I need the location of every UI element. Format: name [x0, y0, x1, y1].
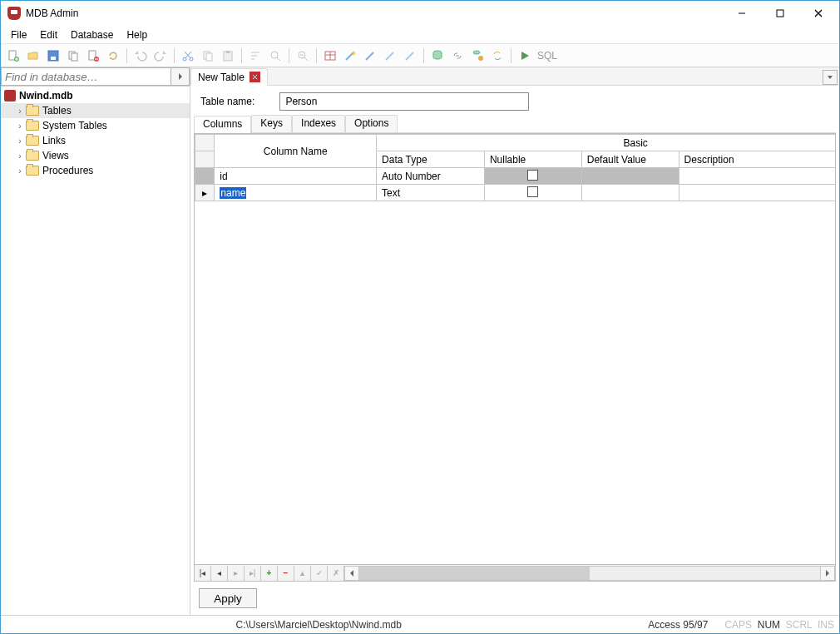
- run-sql-button[interactable]: [516, 47, 534, 65]
- wizard3-button[interactable]: [381, 47, 399, 65]
- editor-pane: New Table Table name: Columns Keys Index…: [190, 67, 839, 615]
- hdr-col-name[interactable]: Column Name: [215, 135, 377, 168]
- expand-icon[interactable]: ›: [16, 121, 24, 131]
- nav-prev-button[interactable]: ◂: [211, 566, 228, 581]
- subtab-options[interactable]: Options: [345, 115, 398, 132]
- new-file-button[interactable]: [4, 47, 22, 65]
- menu-database[interactable]: Database: [64, 27, 120, 42]
- hdr-data-type[interactable]: Data Type: [377, 151, 485, 168]
- tree-item-procedures[interactable]: › Procedures: [1, 163, 190, 178]
- cell-default[interactable]: [581, 185, 679, 201]
- hdr-default[interactable]: Default Value: [581, 151, 679, 168]
- tree-item-system-tables[interactable]: › System Tables: [1, 118, 190, 133]
- wizard4-button[interactable]: [401, 47, 419, 65]
- save-button[interactable]: [44, 47, 62, 65]
- scroll-left-button[interactable]: [344, 566, 359, 581]
- scroll-right-button[interactable]: [820, 566, 835, 581]
- search-input[interactable]: [1, 67, 171, 86]
- cell-default[interactable]: [581, 168, 679, 185]
- zoom-icon: [296, 49, 309, 62]
- copy-button[interactable]: [199, 47, 217, 65]
- folder-icon: [26, 151, 39, 161]
- table-name-input[interactable]: [279, 92, 529, 111]
- undo-button[interactable]: [131, 47, 150, 65]
- redo-button[interactable]: [151, 47, 170, 65]
- maximize-button[interactable]: [761, 1, 799, 26]
- cell-description[interactable]: [679, 168, 836, 185]
- grid-row[interactable]: ▸ name Text: [195, 185, 837, 201]
- expand-icon[interactable]: ›: [16, 106, 24, 116]
- grid-row[interactable]: id Auto Number: [195, 168, 837, 185]
- cell-col-name[interactable]: name: [215, 185, 377, 201]
- nav-insert-button[interactable]: +: [261, 566, 278, 581]
- svg-point-41: [478, 56, 483, 61]
- expand-icon[interactable]: ›: [16, 166, 24, 176]
- hdr-nullable[interactable]: Nullable: [484, 151, 581, 168]
- tree-item-tables[interactable]: › Tables: [1, 103, 190, 118]
- scroll-thumb[interactable]: [359, 567, 590, 580]
- tab-new-table[interactable]: New Table: [190, 68, 268, 86]
- delete-db-button[interactable]: [84, 47, 102, 65]
- expand-icon[interactable]: ›: [16, 136, 24, 146]
- cell-description[interactable]: [679, 185, 836, 201]
- wizard2-button[interactable]: [361, 47, 379, 65]
- link-button[interactable]: [448, 47, 467, 65]
- cut-button[interactable]: [179, 47, 197, 65]
- copy-db-button[interactable]: [64, 47, 82, 65]
- find-button[interactable]: [266, 47, 284, 65]
- nav-post-button[interactable]: ✓: [311, 566, 328, 581]
- grid-scroll[interactable]: Column Name Basic Text Data Type Nullabl…: [194, 133, 836, 565]
- tab-list-dropdown[interactable]: [823, 70, 838, 85]
- subtab-columns[interactable]: Columns: [194, 116, 251, 133]
- close-button[interactable]: [799, 1, 838, 26]
- cell-nullable[interactable]: [484, 185, 581, 201]
- tree-item-links[interactable]: › Links: [1, 133, 190, 148]
- svg-rect-20: [206, 53, 212, 61]
- nav-edit-button[interactable]: ▴: [294, 566, 311, 581]
- search-go-button[interactable]: [171, 67, 190, 86]
- cell-data-type[interactable]: Text: [377, 185, 485, 201]
- grid-navigator: |◂ ◂ ▸ ▸| + − ▴ ✓ ✗: [194, 565, 836, 582]
- menu-edit[interactable]: Edit: [33, 27, 64, 42]
- cell-data-type[interactable]: Auto Number: [377, 168, 485, 185]
- db-users-button[interactable]: [428, 47, 447, 65]
- h-scrollbar[interactable]: [344, 566, 835, 581]
- sort-button[interactable]: [246, 47, 264, 65]
- nav-first-button[interactable]: |◂: [195, 566, 211, 581]
- nav-last-button[interactable]: ▸|: [245, 566, 261, 581]
- minimize-button[interactable]: [723, 1, 761, 26]
- nav-cancel-button[interactable]: ✗: [328, 566, 344, 581]
- db-tool-button[interactable]: [468, 47, 487, 65]
- expand-icon[interactable]: ›: [16, 151, 24, 161]
- zoom-button[interactable]: [294, 47, 312, 65]
- tree-db-node[interactable]: Nwind.mdb: [1, 88, 190, 103]
- checkbox-icon[interactable]: [527, 170, 538, 181]
- folder-open-icon: [27, 49, 40, 62]
- menu-file[interactable]: File: [4, 27, 33, 42]
- tab-close-button[interactable]: [250, 72, 260, 82]
- paste-button[interactable]: [219, 47, 237, 65]
- menu-help[interactable]: Help: [120, 27, 154, 42]
- cell-col-name[interactable]: id: [215, 168, 377, 185]
- checkbox-icon[interactable]: [527, 186, 538, 197]
- sync-button[interactable]: [488, 47, 506, 65]
- subtab-indexes[interactable]: Indexes: [292, 115, 345, 132]
- hdr-description[interactable]: Description: [679, 151, 836, 168]
- svg-rect-9: [51, 57, 56, 60]
- tree-item-views[interactable]: › Views: [1, 148, 190, 163]
- db-tree[interactable]: Nwind.mdb › Tables › System Tables › Lin…: [1, 87, 190, 615]
- scroll-track[interactable]: [359, 566, 820, 581]
- subtab-keys[interactable]: Keys: [251, 115, 292, 132]
- nav-next-button[interactable]: ▸: [228, 566, 245, 581]
- tree-label: Views: [41, 150, 71, 161]
- table-name-label: Table name:: [200, 96, 254, 107]
- table-button[interactable]: [321, 47, 339, 65]
- cell-nullable[interactable]: [484, 168, 581, 185]
- wizard1-button[interactable]: [341, 47, 359, 65]
- nav-delete-button[interactable]: −: [278, 566, 294, 581]
- refresh-button[interactable]: [104, 47, 122, 65]
- save-icon: [47, 49, 60, 62]
- columns-grid[interactable]: Column Name Basic Text Data Type Nullabl…: [195, 134, 836, 201]
- open-button[interactable]: [24, 47, 42, 65]
- apply-button[interactable]: Apply: [199, 588, 257, 608]
